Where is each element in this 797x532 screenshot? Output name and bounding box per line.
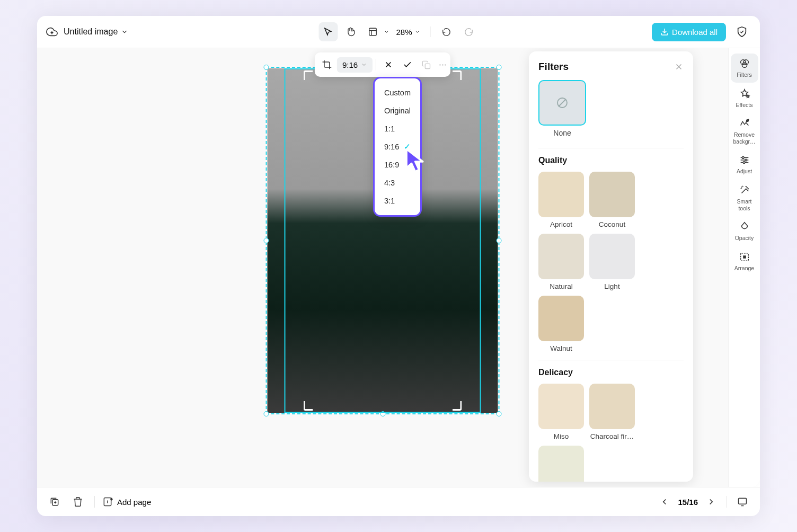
svg-rect-5 (425, 64, 430, 68)
add-page-label: Add page (117, 498, 151, 507)
filter-name: Natural (538, 282, 584, 290)
svg-rect-33 (739, 498, 747, 504)
rail-item-adjust[interactable]: Adjust (731, 150, 758, 179)
layout-tool[interactable] (363, 22, 382, 41)
svg-point-23 (743, 162, 745, 164)
close-panel-button[interactable] (674, 62, 684, 72)
resize-handle[interactable] (264, 238, 269, 243)
ratio-option-custom[interactable]: Custom (375, 84, 420, 102)
cloud-icon[interactable] (46, 25, 58, 38)
document-title-dropdown[interactable]: Untitled image (64, 27, 128, 37)
filter-section-title: Quality (538, 156, 684, 165)
ratio-option-4-3[interactable]: 4:3 (375, 174, 420, 192)
divider (94, 496, 95, 508)
divider (538, 148, 684, 148)
chevron-down-icon (383, 29, 389, 35)
prev-page-button[interactable] (656, 493, 674, 511)
bottombar: Add page 15/16 (37, 487, 760, 516)
duplicate-icon[interactable] (422, 60, 431, 69)
svg-point-21 (745, 159, 747, 162)
chevron-down-icon (121, 28, 128, 36)
select-tool[interactable] (318, 22, 338, 41)
selected-ratio: 9:16 (342, 60, 358, 69)
filter-name: Apricot (538, 220, 584, 228)
rail-icon (739, 154, 750, 166)
redo-button[interactable] (459, 22, 479, 41)
filter-thumb (589, 384, 635, 429)
rail-icon (739, 88, 750, 100)
resize-handle[interactable] (264, 411, 269, 416)
page-counter: 15/16 (678, 498, 698, 507)
zoom-dropdown[interactable]: 28% (393, 28, 423, 37)
rail-item-filters[interactable]: Filters (731, 54, 758, 83)
divider (538, 360, 684, 360)
crop-corner[interactable] (453, 70, 462, 80)
layers-button[interactable] (46, 493, 64, 511)
context-actions (422, 60, 447, 69)
rail-item-opacity[interactable]: Opacity (731, 217, 758, 246)
layout-tool-group[interactable] (363, 22, 389, 41)
rail-item-effects[interactable]: Effects (731, 84, 758, 113)
crop-icon-button[interactable] (318, 56, 336, 74)
resize-handle[interactable] (497, 65, 502, 70)
svg-point-8 (445, 64, 446, 66)
ratio-option-1-1[interactable]: 1:1 (375, 120, 420, 138)
divider (430, 26, 431, 37)
rail-label: Adjust (737, 168, 752, 175)
filter-coconut[interactable]: Coconut (589, 172, 635, 228)
ratio-option-3-1[interactable]: 3:1 (375, 192, 420, 210)
topbar: Untitled image 28% (37, 16, 760, 48)
cancel-crop-button[interactable] (379, 56, 397, 74)
delete-button[interactable] (69, 493, 87, 511)
svg-point-14 (743, 60, 748, 65)
filter-snack[interactable]: Snack (538, 446, 584, 482)
svg-point-7 (442, 64, 444, 66)
filter-grid: MisoCharcoal fir…Snack (538, 384, 684, 482)
present-button[interactable] (733, 493, 751, 511)
filter-name: Walnut (538, 344, 584, 352)
filter-natural[interactable]: Natural (538, 234, 584, 290)
filter-charcoal-fir-[interactable]: Charcoal fir… (589, 384, 635, 440)
download-all-button[interactable]: Download all (652, 23, 726, 41)
filter-name: Miso (538, 432, 584, 440)
filter-thumb (538, 296, 584, 341)
filter-thumb (538, 234, 584, 279)
rail-item-arrange[interactable]: Arrange (731, 247, 758, 276)
add-page-button[interactable]: Add page (102, 496, 151, 507)
none-icon (556, 96, 569, 109)
panel-header: Filters (538, 61, 684, 73)
right-rail: FiltersEffectsRemove backgr…AdjustSmart … (728, 48, 760, 487)
rail-item-remove-backgr-[interactable]: Remove backgr… (731, 113, 758, 149)
confirm-crop-button[interactable] (398, 56, 417, 74)
filter-none[interactable] (538, 80, 586, 126)
ratio-option-original[interactable]: Original (375, 102, 420, 120)
filter-miso[interactable]: Miso (538, 384, 584, 440)
crop-corner[interactable] (453, 401, 462, 411)
canvas-area[interactable]: Page 15 9:16 (37, 48, 728, 487)
topbar-center: 28% (318, 22, 478, 41)
filter-light[interactable]: Light (589, 234, 635, 290)
crop-corner[interactable] (304, 401, 313, 411)
rail-label: Filters (737, 72, 752, 78)
filter-walnut[interactable]: Walnut (538, 296, 584, 352)
filter-grid: ApricotCoconutNaturalLightWalnut (538, 172, 684, 352)
resize-handle[interactable] (497, 238, 502, 243)
svg-rect-25 (743, 255, 746, 259)
chevron-down-icon (414, 29, 421, 35)
more-icon[interactable] (438, 60, 447, 69)
filters-panel: Filters None QualityApricotCoconutNatura… (529, 51, 693, 482)
filter-apricot[interactable]: Apricot (538, 172, 584, 228)
shield-button[interactable] (732, 22, 751, 41)
app-window: Untitled image 28% (37, 16, 760, 516)
rail-label: Effects (736, 102, 753, 109)
filter-section-title: Delicacy (538, 368, 684, 377)
undo-button[interactable] (437, 22, 456, 41)
crop-corner[interactable] (304, 70, 313, 80)
rail-item-smart-tools[interactable]: Smart tools (731, 180, 758, 216)
next-page-button[interactable] (702, 493, 720, 511)
panel-title: Filters (538, 61, 569, 73)
resize-handle[interactable] (264, 65, 269, 70)
hand-tool[interactable] (341, 22, 360, 41)
resize-handle[interactable] (497, 411, 502, 416)
aspect-ratio-dropdown[interactable]: 9:16 (337, 57, 373, 73)
